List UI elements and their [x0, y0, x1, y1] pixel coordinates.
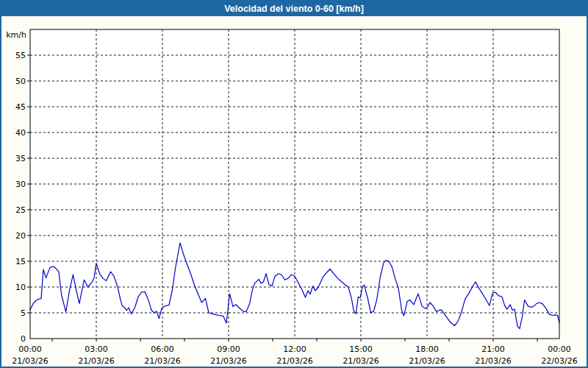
y-tick-label: 40	[15, 128, 26, 138]
x-tick-date-label: 21/03/26	[144, 356, 180, 366]
y-axis: 0510152025303540455055km/h	[6, 30, 30, 344]
x-tick-date-label: 21/03/26	[78, 356, 114, 366]
chart-title: Velocidad del viento 0-60 [km/h]	[224, 4, 364, 14]
x-tick-time-label: 15:00	[349, 344, 373, 354]
x-tick-date-label: 21/03/26	[276, 356, 312, 366]
x-tick-date-label: 21/03/26	[409, 356, 445, 366]
y-tick-label: 5	[21, 308, 26, 318]
y-tick-label: 50	[15, 77, 26, 86]
y-tick-label: 10	[15, 283, 26, 292]
y-tick-label: 0	[21, 334, 26, 344]
x-tick-time-label: 03:00	[85, 344, 108, 354]
y-tick-label: 30	[15, 180, 26, 189]
y-tick-label: 15	[15, 257, 26, 266]
wind-speed-chart: 0510152025303540455055km/h00:0021/03/260…	[0, 0, 588, 368]
x-tick-time-label: 00:00	[18, 344, 42, 354]
x-axis: 00:0021/03/2603:0021/03/2606:0021/03/260…	[12, 339, 577, 366]
x-tick-time-label: 21:00	[481, 344, 505, 354]
x-tick-date-label: 22/03/26	[541, 356, 577, 366]
y-tick-label: 20	[15, 231, 26, 241]
x-tick-time-label: 09:00	[217, 344, 240, 354]
y-tick-label: 25	[15, 205, 26, 215]
y-tick-label: 35	[15, 154, 26, 163]
y-axis-unit-label: km/h	[6, 30, 26, 40]
x-tick-date-label: 21/03/26	[343, 356, 379, 366]
x-tick-date-label: 21/03/26	[12, 356, 48, 366]
x-tick-time-label: 06:00	[151, 344, 174, 354]
x-tick-time-label: 12:00	[283, 344, 306, 354]
x-tick-date-label: 21/03/26	[210, 356, 246, 366]
chart-window: Velocidad del viento 0-60 [km/h] 0510152…	[0, 0, 588, 368]
y-tick-label: 45	[15, 102, 26, 112]
x-tick-date-label: 21/03/26	[475, 356, 511, 366]
x-tick-time-label: 18:00	[415, 344, 439, 354]
x-tick-time-label: 00:00	[548, 344, 571, 354]
y-tick-label: 55	[15, 51, 26, 60]
chart-title-bar: Velocidad del viento 0-60 [km/h]	[1, 1, 587, 16]
